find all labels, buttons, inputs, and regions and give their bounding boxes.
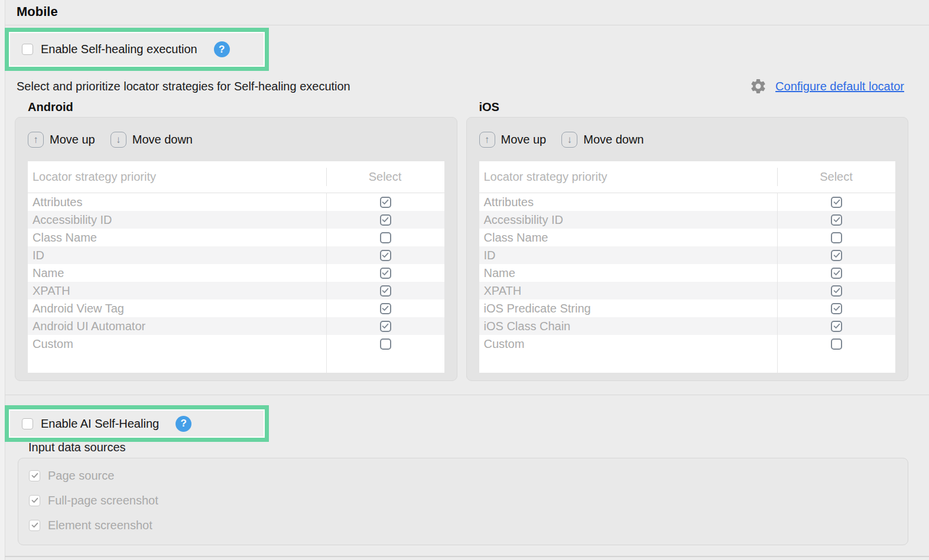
select-cell: [777, 229, 895, 246]
enable-ai-self-healing-label: Enable AI Self-Healing: [41, 417, 159, 431]
strategy-select-checkbox[interactable]: [380, 321, 391, 332]
table-row: XPATH: [479, 282, 896, 299]
select-cell: [777, 299, 895, 317]
locator-strategy-label: Accessibility ID: [479, 213, 778, 227]
strategy-select-checkbox[interactable]: [831, 214, 842, 226]
strategy-select-checkbox[interactable]: [831, 268, 842, 279]
strategy-select-checkbox[interactable]: [831, 285, 842, 297]
strategy-select-checkbox[interactable]: [380, 268, 391, 279]
select-cell: [777, 193, 895, 211]
configure-default-locator-link[interactable]: Configure default locator: [775, 80, 904, 93]
locator-strategy-label: iOS Class Chain: [479, 320, 778, 333]
input-source-label: Full-page screenshot: [48, 494, 158, 507]
move-down-button[interactable]: ↓ Move down: [111, 132, 193, 148]
table-row: Accessibility ID: [28, 211, 444, 229]
question-mark-icon[interactable]: ?: [214, 41, 230, 57]
input-source-row: Page source: [29, 469, 897, 482]
locator-strategy-instruction: Select and prioritize locator strategies…: [17, 80, 350, 93]
move-up-button[interactable]: ↑ Move up: [28, 132, 95, 148]
ios-strategy-table: Locator strategy priority Select Attribu…: [479, 161, 896, 373]
locator-strategy-header-row: Select and prioritize locator strategies…: [17, 77, 904, 95]
select-cell: [326, 211, 444, 229]
arrow-down-icon: ↓: [111, 132, 126, 148]
enable-self-healing-checkbox[interactable]: [22, 44, 33, 55]
column-header-select: Select: [777, 161, 895, 193]
move-down-label: Move down: [583, 133, 644, 146]
table-row: Attributes: [28, 193, 444, 211]
locator-strategy-label: Accessibility ID: [28, 213, 326, 227]
strategy-select-checkbox[interactable]: [831, 303, 842, 314]
table-row: XPATH: [28, 282, 444, 299]
select-cell: [326, 282, 444, 299]
locator-strategy-label: XPATH: [28, 284, 326, 298]
select-cell: [777, 246, 895, 264]
move-down-button[interactable]: ↓ Move down: [561, 132, 644, 148]
strategy-select-checkbox[interactable]: [831, 250, 842, 261]
table-row: Android UI Automator: [28, 317, 444, 335]
select-cell: [326, 264, 444, 282]
column-header-strategy: Locator strategy priority: [479, 170, 778, 184]
column-header-select: Select: [326, 161, 444, 193]
strategy-select-checkbox[interactable]: [380, 232, 391, 243]
enable-self-healing-label: Enable Self-healing execution: [41, 43, 197, 56]
ios-panel: ↑ Move up ↓ Move down Locator strategy p…: [466, 117, 909, 381]
move-up-button[interactable]: ↑ Move up: [479, 132, 547, 148]
strategy-select-checkbox[interactable]: [380, 285, 391, 297]
ai-self-healing-highlight-box: Enable AI Self-Healing ?: [5, 405, 269, 442]
locator-strategy-label: Attributes: [479, 196, 778, 209]
column-header-strategy: Locator strategy priority: [28, 170, 326, 184]
locator-strategy-label: Class Name: [28, 231, 326, 245]
gear-icon: [749, 77, 767, 95]
locator-strategy-label: Android View Tag: [28, 302, 326, 315]
enable-ai-self-healing-checkbox[interactable]: [22, 418, 33, 429]
android-strategy-table: Locator strategy priority Select Attribu…: [28, 161, 444, 373]
locator-strategy-label: Name: [28, 266, 326, 280]
strategy-select-checkbox[interactable]: [380, 338, 391, 350]
strategy-select-checkbox[interactable]: [831, 338, 842, 350]
table-body: AttributesAccessibility IDClass NameIDNa…: [28, 193, 444, 353]
locator-strategy-label: ID: [479, 249, 778, 262]
strategy-select-checkbox[interactable]: [831, 197, 842, 208]
locator-strategy-label: XPATH: [479, 284, 778, 298]
select-cell: [326, 299, 444, 317]
table-row: Android View Tag: [28, 299, 444, 317]
select-cell: [326, 317, 444, 335]
strategy-select-checkbox[interactable]: [380, 250, 391, 261]
input-source-checkbox[interactable]: [29, 520, 40, 531]
section-divider: [5, 556, 929, 557]
locator-strategy-label: Name: [479, 266, 778, 280]
move-up-label: Move up: [501, 133, 547, 146]
strategy-select-checkbox[interactable]: [831, 321, 842, 332]
android-heading: Android: [15, 100, 457, 117]
table-row: Custom: [479, 335, 896, 353]
input-data-sources-panel: Page sourceFull-page screenshotElement s…: [18, 458, 908, 545]
section-divider: [5, 25, 929, 25]
input-source-checkbox[interactable]: [29, 495, 40, 506]
move-up-label: Move up: [50, 133, 95, 146]
select-cell: [777, 282, 895, 299]
table-row: ID: [28, 246, 444, 264]
page-title: Mobile: [17, 4, 58, 19]
strategy-select-checkbox[interactable]: [380, 214, 391, 226]
table-body: AttributesAccessibility IDClass NameIDNa…: [479, 193, 896, 353]
input-data-sources-label: Input data sources: [28, 441, 126, 454]
table-row: Class Name: [28, 229, 444, 246]
arrow-up-icon: ↑: [28, 132, 44, 148]
ios-heading: iOS: [466, 100, 909, 117]
section-divider: [5, 395, 929, 395]
strategy-select-checkbox[interactable]: [380, 303, 391, 314]
strategy-select-checkbox[interactable]: [831, 232, 842, 243]
strategy-select-checkbox[interactable]: [380, 197, 391, 208]
table-header: Locator strategy priority Select: [28, 161, 444, 193]
table-row: iOS Class Chain: [479, 317, 896, 335]
table-header: Locator strategy priority Select: [479, 161, 896, 193]
android-panel: ↑ Move up ↓ Move down Locator strategy p…: [15, 117, 457, 381]
input-source-checkbox[interactable]: [29, 470, 40, 481]
android-section: Android ↑ Move up ↓ Move down Locator st…: [15, 100, 457, 381]
question-mark-icon[interactable]: ?: [176, 416, 191, 432]
locator-strategy-label: Android UI Automator: [28, 320, 326, 333]
locator-strategy-label: Class Name: [479, 231, 778, 245]
input-source-label: Element screenshot: [48, 519, 152, 532]
table-row: Name: [479, 264, 896, 282]
move-down-label: Move down: [132, 133, 193, 146]
